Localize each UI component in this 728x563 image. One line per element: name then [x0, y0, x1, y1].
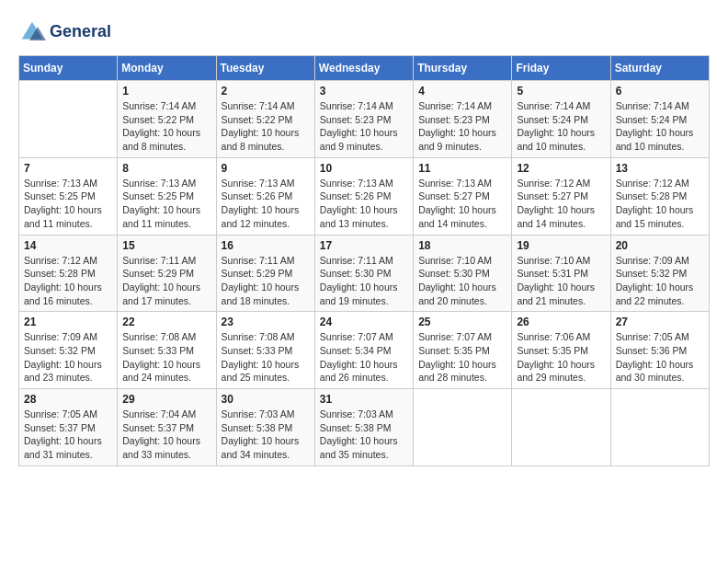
day-number: 26 [517, 316, 605, 328]
day-header-friday: Friday [512, 56, 610, 81]
day-info: Sunrise: 7:11 AMSunset: 5:29 PMDaylight:… [222, 254, 310, 308]
day-info: Sunrise: 7:12 AMSunset: 5:27 PMDaylight:… [517, 177, 605, 231]
day-number: 31 [320, 393, 408, 406]
calendar-cell: 30 Sunrise: 7:03 AMSunset: 5:38 PMDaylig… [216, 389, 314, 466]
calendar-cell [414, 389, 512, 466]
calendar-cell: 24 Sunrise: 7:07 AMSunset: 5:34 PMDaylig… [314, 312, 413, 389]
calendar-cell: 5 Sunrise: 7:14 AMSunset: 5:24 PMDayligh… [512, 81, 610, 158]
calendar-cell: 2 Sunrise: 7:14 AMSunset: 5:22 PMDayligh… [216, 81, 314, 158]
day-number: 9 [222, 162, 310, 175]
calendar-cell: 7 Sunrise: 7:13 AMSunset: 5:25 PMDayligh… [19, 157, 118, 235]
day-info: Sunrise: 7:05 AMSunset: 5:37 PMDaylight:… [24, 408, 112, 462]
day-info: Sunrise: 7:14 AMSunset: 5:22 PMDaylight:… [122, 99, 210, 154]
day-number: 28 [24, 393, 112, 406]
day-number: 5 [517, 85, 605, 98]
calendar-table: SundayMondayTuesdayWednesdayThursdayFrid… [18, 55, 710, 466]
calendar-cell: 25 Sunrise: 7:07 AMSunset: 5:35 PMDaylig… [414, 312, 512, 389]
calendar-cell: 19 Sunrise: 7:10 AMSunset: 5:31 PMDaylig… [512, 235, 610, 312]
calendar-cell: 8 Sunrise: 7:13 AMSunset: 5:25 PMDayligh… [118, 157, 216, 235]
day-number: 20 [616, 239, 704, 252]
day-number: 6 [616, 85, 704, 98]
day-info: Sunrise: 7:11 AMSunset: 5:30 PMDaylight:… [320, 254, 408, 308]
logo-text: General [50, 23, 111, 41]
day-info: Sunrise: 7:14 AMSunset: 5:24 PMDaylight:… [517, 99, 605, 154]
day-info: Sunrise: 7:13 AMSunset: 5:25 PMDaylight:… [122, 177, 210, 231]
calendar-cell: 13 Sunrise: 7:12 AMSunset: 5:28 PMDaylig… [610, 157, 709, 235]
day-number: 15 [122, 239, 210, 252]
calendar-cell: 29 Sunrise: 7:04 AMSunset: 5:37 PMDaylig… [118, 389, 216, 466]
day-number: 24 [320, 316, 408, 328]
calendar-cell: 28 Sunrise: 7:05 AMSunset: 5:37 PMDaylig… [19, 389, 118, 466]
day-number: 18 [418, 239, 506, 252]
calendar-cell: 27 Sunrise: 7:05 AMSunset: 5:36 PMDaylig… [610, 312, 709, 389]
calendar-cell: 18 Sunrise: 7:10 AMSunset: 5:30 PMDaylig… [414, 235, 512, 312]
calendar-cell: 6 Sunrise: 7:14 AMSunset: 5:24 PMDayligh… [610, 81, 709, 158]
day-header-sunday: Sunday [19, 56, 118, 81]
day-info: Sunrise: 7:12 AMSunset: 5:28 PMDaylight:… [616, 177, 704, 231]
week-row-5: 28 Sunrise: 7:05 AMSunset: 5:37 PMDaylig… [19, 389, 710, 466]
day-number: 11 [418, 162, 506, 175]
day-header-monday: Monday [118, 56, 216, 81]
day-number: 7 [24, 162, 112, 175]
day-number: 13 [616, 162, 704, 175]
calendar-cell: 26 Sunrise: 7:06 AMSunset: 5:35 PMDaylig… [512, 312, 610, 389]
calendar-cell: 17 Sunrise: 7:11 AMSunset: 5:30 PMDaylig… [314, 235, 413, 312]
calendar-cell: 11 Sunrise: 7:13 AMSunset: 5:27 PMDaylig… [414, 157, 512, 235]
day-header-tuesday: Tuesday [216, 56, 314, 81]
week-row-2: 7 Sunrise: 7:13 AMSunset: 5:25 PMDayligh… [19, 157, 710, 235]
day-number: 4 [418, 85, 506, 98]
calendar-cell: 16 Sunrise: 7:11 AMSunset: 5:29 PMDaylig… [216, 235, 314, 312]
day-number: 8 [122, 162, 210, 175]
day-number: 17 [320, 239, 408, 252]
day-info: Sunrise: 7:10 AMSunset: 5:31 PMDaylight:… [517, 254, 605, 308]
day-info: Sunrise: 7:13 AMSunset: 5:25 PMDaylight:… [24, 177, 112, 231]
day-number: 10 [320, 162, 408, 175]
calendar-cell: 21 Sunrise: 7:09 AMSunset: 5:32 PMDaylig… [19, 312, 118, 389]
calendar-cell: 9 Sunrise: 7:13 AMSunset: 5:26 PMDayligh… [216, 157, 314, 235]
day-info: Sunrise: 7:09 AMSunset: 5:32 PMDaylight:… [616, 254, 704, 308]
day-number: 16 [222, 239, 310, 252]
day-number: 14 [24, 239, 112, 252]
day-number: 22 [122, 316, 210, 328]
day-info: Sunrise: 7:14 AMSunset: 5:23 PMDaylight:… [320, 99, 408, 154]
day-number: 23 [222, 316, 310, 328]
calendar-cell: 4 Sunrise: 7:14 AMSunset: 5:23 PMDayligh… [414, 81, 512, 158]
week-row-4: 21 Sunrise: 7:09 AMSunset: 5:32 PMDaylig… [19, 312, 710, 389]
calendar-cell: 23 Sunrise: 7:08 AMSunset: 5:33 PMDaylig… [216, 312, 314, 389]
day-number: 12 [517, 162, 605, 175]
calendar-cell: 31 Sunrise: 7:03 AMSunset: 5:38 PMDaylig… [314, 389, 413, 466]
day-number: 27 [616, 316, 704, 328]
calendar-cell: 20 Sunrise: 7:09 AMSunset: 5:32 PMDaylig… [610, 235, 709, 312]
day-info: Sunrise: 7:08 AMSunset: 5:33 PMDaylight:… [122, 330, 210, 385]
day-info: Sunrise: 7:07 AMSunset: 5:34 PMDaylight:… [320, 330, 408, 385]
day-number: 25 [418, 316, 506, 328]
calendar-cell: 15 Sunrise: 7:11 AMSunset: 5:29 PMDaylig… [118, 235, 216, 312]
calendar-cell: 12 Sunrise: 7:12 AMSunset: 5:27 PMDaylig… [512, 157, 610, 235]
calendar-cell: 14 Sunrise: 7:12 AMSunset: 5:28 PMDaylig… [19, 235, 118, 312]
day-number: 3 [320, 85, 408, 98]
day-info: Sunrise: 7:07 AMSunset: 5:35 PMDaylight:… [418, 330, 506, 385]
day-info: Sunrise: 7:03 AMSunset: 5:38 PMDaylight:… [320, 408, 408, 462]
calendar-cell: 3 Sunrise: 7:14 AMSunset: 5:23 PMDayligh… [314, 81, 413, 158]
day-info: Sunrise: 7:08 AMSunset: 5:33 PMDaylight:… [222, 330, 310, 385]
day-header-wednesday: Wednesday [314, 56, 413, 81]
header-row: SundayMondayTuesdayWednesdayThursdayFrid… [19, 56, 710, 81]
day-number: 2 [222, 85, 310, 98]
day-info: Sunrise: 7:06 AMSunset: 5:35 PMDaylight:… [517, 330, 605, 385]
calendar-cell [19, 81, 118, 158]
day-info: Sunrise: 7:13 AMSunset: 5:26 PMDaylight:… [320, 177, 408, 231]
day-number: 1 [122, 85, 210, 98]
day-info: Sunrise: 7:05 AMSunset: 5:36 PMDaylight:… [616, 330, 704, 385]
logo-icon [18, 18, 46, 46]
calendar-cell [610, 389, 709, 466]
day-info: Sunrise: 7:03 AMSunset: 5:38 PMDaylight:… [222, 408, 310, 462]
day-info: Sunrise: 7:14 AMSunset: 5:23 PMDaylight:… [418, 99, 506, 154]
calendar-cell: 1 Sunrise: 7:14 AMSunset: 5:22 PMDayligh… [118, 81, 216, 158]
week-row-1: 1 Sunrise: 7:14 AMSunset: 5:22 PMDayligh… [19, 81, 710, 158]
day-number: 30 [222, 393, 310, 406]
day-info: Sunrise: 7:11 AMSunset: 5:29 PMDaylight:… [122, 254, 210, 308]
day-info: Sunrise: 7:12 AMSunset: 5:28 PMDaylight:… [24, 254, 112, 308]
day-number: 21 [24, 316, 112, 328]
week-row-3: 14 Sunrise: 7:12 AMSunset: 5:28 PMDaylig… [19, 235, 710, 312]
day-info: Sunrise: 7:10 AMSunset: 5:30 PMDaylight:… [418, 254, 506, 308]
